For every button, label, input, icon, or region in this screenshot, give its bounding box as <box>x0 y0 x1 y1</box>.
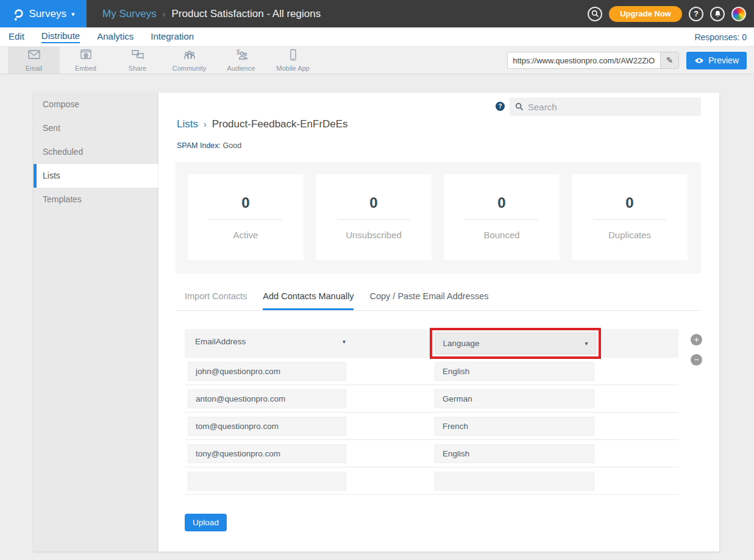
remove-row-button[interactable]: − <box>691 354 702 366</box>
contextual-help-icon[interactable]: ? <box>496 102 505 111</box>
contact-row <box>185 358 678 385</box>
contact-email-input[interactable] <box>188 444 346 463</box>
contact-email-input[interactable] <box>188 417 346 436</box>
embed-icon <box>79 49 93 63</box>
spam-index: SPAM Index: Good <box>177 141 241 150</box>
contact-language-input[interactable] <box>435 389 594 408</box>
breadcrumb-separator: › <box>163 9 166 19</box>
tab-import-contacts[interactable]: Import Contacts <box>185 291 247 310</box>
edit-url-pencil-icon[interactable]: ✎ <box>660 52 678 68</box>
contact-language-input[interactable] <box>435 417 594 436</box>
distribute-toolbar: Email Embed Share Community $ Audience M… <box>0 46 754 74</box>
stat-card-active: 0 Active <box>188 174 304 260</box>
mobile-app-icon <box>286 49 301 63</box>
sidebar-item-sent[interactable]: Sent <box>34 116 158 140</box>
list-search-box <box>510 97 701 116</box>
divider <box>593 219 666 220</box>
stat-card-unsubscribed: 0 Unsubscribed <box>316 174 432 260</box>
topbar: Surveys ▾ My Surveys › Product Satisfact… <box>0 0 754 27</box>
contact-row <box>185 385 678 413</box>
notifications-bell-icon[interactable] <box>710 7 725 21</box>
stat-value: 0 <box>625 194 633 211</box>
contact-email-input[interactable] <box>188 389 346 408</box>
upgrade-now-button[interactable]: Upgrade Now <box>609 6 682 22</box>
breadcrumb-my-surveys-link[interactable]: My Surveys <box>102 8 157 20</box>
toolbar-item-mobile-app[interactable]: Mobile App <box>267 47 319 74</box>
preview-button[interactable]: Preview <box>686 52 747 69</box>
toolbar-item-community[interactable]: Community <box>163 47 215 74</box>
stat-value: 0 <box>497 194 505 211</box>
toolbar-item-embed[interactable]: Embed <box>60 47 112 74</box>
breadcrumb-separator: › <box>204 119 207 129</box>
tab-distribute[interactable]: Distribute <box>41 30 80 43</box>
toolbar-item-label: Mobile App <box>276 65 309 72</box>
toolbar-item-share[interactable]: Share <box>112 47 163 74</box>
tab-integration[interactable]: Integration <box>151 31 194 43</box>
search-icon <box>515 102 524 111</box>
stat-value: 0 <box>369 194 377 211</box>
survey-url-group: ✎ Preview <box>507 47 754 74</box>
toolbar-item-audience[interactable]: $ Audience <box>215 47 267 74</box>
eye-icon <box>694 57 704 64</box>
language-dropdown-highlight: Language ▾ <box>430 328 601 359</box>
questionpro-app: Surveys ▾ My Surveys › Product Satisfact… <box>0 0 754 560</box>
contact-email-input[interactable] <box>188 472 346 491</box>
add-row-button[interactable]: + <box>691 334 702 346</box>
list-breadcrumb: Lists › Product-Feedback-EnFrDeEs <box>177 118 348 130</box>
product-switcher-label: Surveys <box>29 8 66 20</box>
tab-analytics[interactable]: Analytics <box>97 31 133 43</box>
contacts-tabs: Import Contacts Add Contacts Manually Co… <box>176 291 701 311</box>
topbar-actions: Upgrade Now ? <box>588 6 754 22</box>
language-column-dropdown[interactable]: Language ▾ <box>435 333 596 354</box>
chevron-down-icon: ▾ <box>585 340 588 347</box>
list-name: Product-Feedback-EnFrDeEs <box>212 118 348 130</box>
stat-value: 0 <box>241 194 249 211</box>
product-switcher[interactable]: Surveys ▾ <box>0 0 87 27</box>
sidebar-item-lists[interactable]: Lists <box>34 164 158 188</box>
email-column-dropdown[interactable]: EmailAddress ▾ <box>195 337 346 346</box>
search-icon[interactable] <box>588 7 602 21</box>
divider <box>209 219 282 220</box>
sidebar-item-templates[interactable]: Templates <box>34 188 158 211</box>
help-icon[interactable]: ? <box>689 7 703 21</box>
toolbar-item-label: Share <box>129 65 146 72</box>
tab-edit[interactable]: Edit <box>9 31 24 43</box>
sidebar-item-scheduled[interactable]: Scheduled <box>34 140 158 164</box>
contact-email-input[interactable] <box>188 362 346 381</box>
responses-count: Responses: 0 <box>694 32 747 42</box>
search-input[interactable] <box>528 102 695 112</box>
language-column-dropdown-value: Language <box>443 339 480 348</box>
preview-button-label: Preview <box>708 55 739 65</box>
toolbar-item-label: Audience <box>227 65 255 72</box>
survey-nav: Edit Distribute Analytics Integration Re… <box>0 27 754 46</box>
survey-url-input[interactable] <box>508 52 660 68</box>
divider <box>337 219 410 220</box>
email-sidebar: Compose Sent Scheduled Lists Templates <box>34 93 158 551</box>
tab-copy-paste-email-addresses[interactable]: Copy / Paste Email Addresses <box>369 291 488 310</box>
sidebar-item-compose[interactable]: Compose <box>34 93 158 116</box>
chevron-down-icon: ▾ <box>343 338 346 345</box>
stat-label: Unsubscribed <box>346 230 402 240</box>
user-avatar[interactable] <box>731 7 746 21</box>
divider <box>465 219 538 220</box>
contact-row <box>185 467 678 495</box>
lists-link[interactable]: Lists <box>177 118 198 130</box>
toolbar-item-email[interactable]: Email <box>8 47 60 74</box>
stat-card-duplicates: 0 Duplicates <box>572 174 688 260</box>
community-icon <box>182 49 197 63</box>
stat-label: Active <box>233 230 258 240</box>
contact-row <box>185 440 678 467</box>
contact-language-input[interactable] <box>435 472 594 491</box>
stat-label: Bounced <box>483 230 519 240</box>
upload-button[interactable]: Upload <box>185 514 227 531</box>
contact-language-input[interactable] <box>435 444 594 463</box>
stat-label: Duplicates <box>608 230 651 240</box>
email-icon <box>27 49 41 63</box>
spam-index-label: SPAM Index: <box>177 141 221 150</box>
contact-row <box>185 413 678 440</box>
share-icon <box>130 49 145 63</box>
audience-icon: $ <box>234 49 249 63</box>
questionpro-logo-icon <box>12 7 24 21</box>
tab-add-contacts-manually[interactable]: Add Contacts Manually <box>263 291 354 310</box>
contact-language-input[interactable] <box>435 362 594 381</box>
